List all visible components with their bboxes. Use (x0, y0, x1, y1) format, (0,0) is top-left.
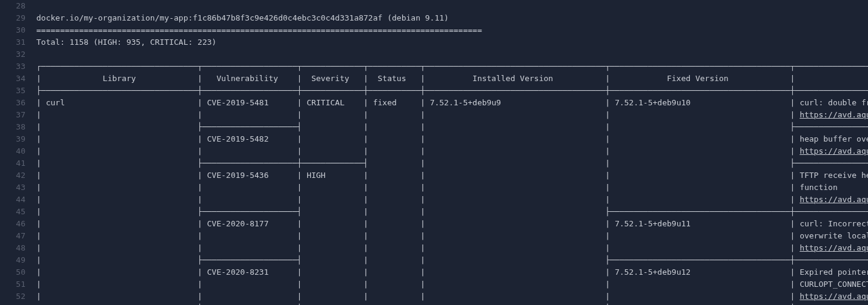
line-number: 49 (0, 254, 25, 266)
line-number: 39 (0, 133, 25, 145)
code-line: | | | | | | | overwrite local files... (36, 230, 868, 242)
line-number: 45 (0, 206, 25, 218)
code-line: | | | | | | | https://avd.aquasec.com/nv… (36, 242, 868, 254)
line-number: 44 (0, 194, 25, 206)
code-line: | Library | Vulnerability | Severity | S… (36, 73, 868, 85)
code-line: | ├────────────────────┤ | | | ├────────… (36, 121, 868, 133)
code-line: ┌─────────────────────────────────┬─────… (36, 61, 868, 73)
line-number: 34 (0, 73, 25, 85)
line-number: 42 (0, 169, 25, 182)
line-number: 28 (0, 0, 25, 12)
line-number: 36 (0, 97, 25, 109)
code-line: | ├────────────────────┤ | | ├──────────… (36, 206, 868, 218)
code-line (36, 0, 868, 12)
cve-link[interactable]: https://avd.aquasec.com/nvd/cve-2020-817… (800, 243, 868, 252)
line-number: 32 (0, 48, 25, 61)
code-editor: 2829303132333435363738394041424344454647… (0, 0, 868, 305)
line-number: 40 (0, 145, 25, 157)
code-line: ├─────────────────────────────────┼─────… (36, 85, 868, 97)
code-line: ========================================… (36, 24, 868, 36)
code-line: | | | | | | | https://avd.aquasec.com/nv… (36, 194, 868, 206)
code-line: | ├────────────────────┤ | | ├──────────… (36, 303, 868, 305)
line-number-gutter: 2829303132333435363738394041424344454647… (0, 0, 36, 305)
code-line: | | CVE-2020-8177 | | | | 7.52.1-5+deb9u… (36, 218, 868, 230)
line-number: 29 (0, 12, 25, 24)
cve-link[interactable]: https://avd.aquasec.com/nvd/cve-2019-548… (800, 110, 868, 119)
line-number: 51 (0, 278, 25, 290)
code-line: | | CVE-2019-5436 | HIGH | | | | TFTP re… (36, 169, 868, 182)
line-number: 35 (0, 85, 25, 97)
line-number: 37 (0, 109, 25, 121)
cve-link[interactable]: https://avd.aquasec.com/nvd/cve-2019-543… (800, 195, 868, 204)
line-number: 48 (0, 242, 25, 254)
code-line (36, 48, 868, 61)
line-number: 43 (0, 182, 25, 194)
code-line: | | | | | | | function (36, 182, 868, 194)
line-number: 41 (0, 157, 25, 169)
code-line: | | | | | | | https://avd.aquasec.com/nv… (36, 109, 868, 121)
line-number: 30 (0, 24, 25, 36)
line-number: 38 (0, 121, 25, 133)
code-line: | | CVE-2020-8231 | | | | 7.52.1-5+deb9u… (36, 266, 868, 278)
code-line: | ├────────────────────┤ | | ├──────────… (36, 254, 868, 266)
line-number: 52 (0, 290, 25, 303)
cve-link[interactable]: https://avd.aquasec.com/nvd/cve-2019-548… (800, 146, 868, 156)
code-line: | ├────────────────────┼─────────────┤ |… (36, 157, 868, 169)
code-line: | | | | | | | CURLOPT_CONNECT_ONLY optio… (36, 278, 868, 290)
line-number: 50 (0, 266, 25, 278)
line-number: 33 (0, 61, 25, 73)
code-line: | | CVE-2019-5482 | | | | | heap buffer … (36, 133, 868, 145)
line-number: 46 (0, 218, 25, 230)
code-line: docker.io/my-organization/my-app:f1c86b4… (36, 12, 868, 24)
code-line: | | | | | | | https://avd.aquasec.com/nv… (36, 290, 868, 303)
cve-link[interactable]: https://avd.aquasec.com/nvd/cve-2020-823… (800, 292, 868, 301)
code-line: | | | | | | | https://avd.aquasec.com/nv… (36, 145, 868, 157)
code-line: Total: 1158 (HIGH: 935, CRITICAL: 223) (36, 36, 868, 48)
line-number: 47 (0, 230, 25, 242)
code-content: docker.io/my-organization/my-app:f1c86b4… (36, 0, 868, 305)
line-number: 53 (0, 303, 25, 305)
code-line: | curl | CVE-2019-5481 | CRITICAL | fixe… (36, 97, 868, 109)
line-number: 31 (0, 36, 25, 48)
